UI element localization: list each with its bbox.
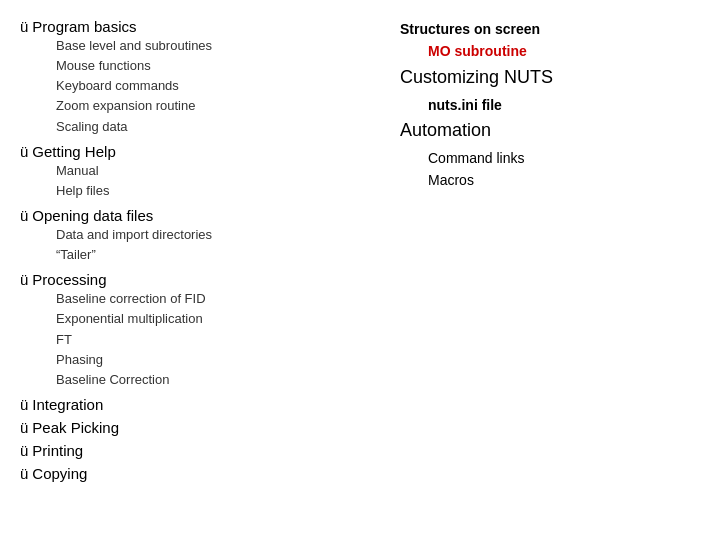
- section-header-program-basics: üProgram basics: [20, 18, 360, 35]
- right-item: Macros: [400, 169, 700, 191]
- section-header-integration: üIntegration: [20, 396, 360, 413]
- list-item: Mouse functions: [56, 56, 360, 76]
- checkmark-icon-peak-picking: ü: [20, 419, 28, 436]
- right-item: nuts.ini file: [400, 94, 700, 116]
- section-title-program-basics: Program basics: [32, 18, 136, 35]
- section-header-printing: üPrinting: [20, 442, 360, 459]
- section-processing: üProcessingBaseline correction of FIDExp…: [20, 271, 360, 390]
- list-item: FT: [56, 330, 360, 350]
- list-item: Help files: [56, 181, 360, 201]
- checkmark-icon-opening-data-files: ü: [20, 207, 28, 224]
- list-item: Phasing: [56, 350, 360, 370]
- list-item: Manual: [56, 161, 360, 181]
- list-item: Baseline correction of FID: [56, 289, 360, 309]
- right-item: MO subroutine: [400, 40, 700, 62]
- section-printing: üPrinting: [20, 442, 360, 459]
- right-item: Customizing NUTS: [400, 63, 700, 92]
- section-peak-picking: üPeak Picking: [20, 419, 360, 436]
- section-opening-data-files: üOpening data filesData and import direc…: [20, 207, 360, 265]
- left-panel: üProgram basicsBase level and subroutine…: [0, 0, 380, 540]
- section-title-integration: Integration: [32, 396, 103, 413]
- section-title-printing: Printing: [32, 442, 83, 459]
- section-title-peak-picking: Peak Picking: [32, 419, 119, 436]
- section-title-processing: Processing: [32, 271, 106, 288]
- section-header-opening-data-files: üOpening data files: [20, 207, 360, 224]
- checkmark-icon-program-basics: ü: [20, 18, 28, 35]
- checkmark-icon-getting-help: ü: [20, 143, 28, 160]
- sub-items-getting-help: ManualHelp files: [20, 161, 360, 201]
- section-header-getting-help: üGetting Help: [20, 143, 360, 160]
- right-item: Command links: [400, 147, 700, 169]
- right-item: Automation: [400, 116, 700, 145]
- list-item: Data and import directories: [56, 225, 360, 245]
- section-title-opening-data-files: Opening data files: [32, 207, 153, 224]
- list-item: Exponential multiplication: [56, 309, 360, 329]
- checkmark-icon-copying: ü: [20, 465, 28, 482]
- list-item: Scaling data: [56, 117, 360, 137]
- list-item: “Tailer”: [56, 245, 360, 265]
- section-integration: üIntegration: [20, 396, 360, 413]
- checkmark-icon-integration: ü: [20, 396, 28, 413]
- right-item: Structures on screen: [400, 18, 700, 40]
- section-title-getting-help: Getting Help: [32, 143, 115, 160]
- list-item: Zoom expansion routine: [56, 96, 360, 116]
- section-getting-help: üGetting HelpManualHelp files: [20, 143, 360, 201]
- section-header-copying: üCopying: [20, 465, 360, 482]
- right-panel: Structures on screenMO subroutineCustomi…: [380, 0, 720, 540]
- section-title-copying: Copying: [32, 465, 87, 482]
- sub-items-program-basics: Base level and subroutinesMouse function…: [20, 36, 360, 137]
- section-header-processing: üProcessing: [20, 271, 360, 288]
- section-program-basics: üProgram basicsBase level and subroutine…: [20, 18, 360, 137]
- section-copying: üCopying: [20, 465, 360, 482]
- section-header-peak-picking: üPeak Picking: [20, 419, 360, 436]
- list-item: Keyboard commands: [56, 76, 360, 96]
- sub-items-opening-data-files: Data and import directories“Tailer”: [20, 225, 360, 265]
- list-item: Base level and subroutines: [56, 36, 360, 56]
- list-item: Baseline Correction: [56, 370, 360, 390]
- sub-items-processing: Baseline correction of FIDExponential mu…: [20, 289, 360, 390]
- checkmark-icon-processing: ü: [20, 271, 28, 288]
- checkmark-icon-printing: ü: [20, 442, 28, 459]
